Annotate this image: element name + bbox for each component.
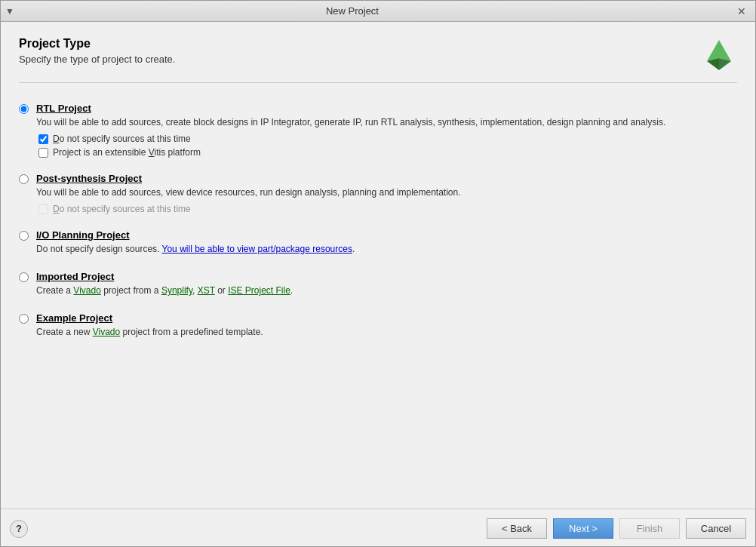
post-synthesis-text: Post-synthesis Project You will be able … xyxy=(36,173,461,199)
new-project-window: ▼ New Project ✕ Project Type Specify the… xyxy=(0,0,756,547)
vivado-logo xyxy=(701,37,737,73)
vivado-link: Vivado xyxy=(73,285,100,296)
titlebar: ▼ New Project ✕ xyxy=(1,1,755,22)
example-text: Example Project Create a new Vivado proj… xyxy=(36,312,263,339)
io-planning-label[interactable]: I/O Planning Project xyxy=(36,229,130,241)
synplify-link: Synplify xyxy=(161,285,192,296)
rtl-no-sources-checkbox[interactable] xyxy=(38,134,48,144)
rtl-sub-options: Do not specify sources at this time Proj… xyxy=(38,134,737,158)
rtl-vitis-checkbox[interactable] xyxy=(38,148,48,158)
project-types-list: RTL Project You will be able to add sour… xyxy=(19,95,737,501)
example-description: Create a new Vivado project from a prede… xyxy=(36,325,263,339)
rtl-vitis-row: Project is an extensible Vitis platform xyxy=(38,147,737,158)
imported-project-item: Imported Project Create a Vivado project… xyxy=(19,271,737,297)
io-planning-description: Do not specify design sources. You will … xyxy=(36,242,355,256)
post-synthesis-radio[interactable] xyxy=(19,174,29,184)
imported-description: Create a Vivado project from a Synplify,… xyxy=(36,284,293,297)
example-label[interactable]: Example Project xyxy=(36,312,112,324)
footer: ? < Back Next > Finish Cancel xyxy=(1,509,755,546)
rtl-description: You will be able to add sources, create … xyxy=(36,115,665,129)
ise-link: ISE Project File xyxy=(228,285,290,296)
post-synthesis-description: You will be able to add sources, view de… xyxy=(36,186,461,199)
example-vivado-link: Vivado xyxy=(93,327,120,337)
rtl-radio[interactable] xyxy=(19,104,29,114)
imported-radio-row: Imported Project Create a Vivado project… xyxy=(19,271,737,297)
svg-marker-0 xyxy=(707,40,731,61)
io-planning-item: I/O Planning Project Do not specify desi… xyxy=(19,229,737,256)
imported-text: Imported Project Create a Vivado project… xyxy=(36,271,293,297)
example-radio[interactable] xyxy=(19,314,29,324)
example-project-item: Example Project Create a new Vivado proj… xyxy=(19,312,737,339)
rtl-radio-row: RTL Project You will be able to add sour… xyxy=(19,103,737,129)
post-synthesis-item: Post-synthesis Project You will be able … xyxy=(19,173,737,214)
post-synthesis-no-sources-row: Do not specify sources at this time xyxy=(38,204,737,214)
footer-left: ? xyxy=(10,520,28,538)
imported-label[interactable]: Imported Project xyxy=(36,271,114,282)
rtl-vitis-label[interactable]: Project is an extensible Vitis platform xyxy=(53,147,201,158)
post-synthesis-label[interactable]: Post-synthesis Project xyxy=(36,173,142,184)
io-planning-radio[interactable] xyxy=(19,231,29,241)
post-synthesis-sub-options: Do not specify sources at this time xyxy=(38,204,737,214)
page-title: Project Type xyxy=(19,37,175,51)
rtl-text: RTL Project You will be able to add sour… xyxy=(36,103,665,129)
rtl-project-item: RTL Project You will be able to add sour… xyxy=(19,103,737,158)
post-synthesis-no-sources-checkbox[interactable] xyxy=(38,204,48,214)
rtl-no-sources-row: Do not specify sources at this time xyxy=(38,134,737,144)
window-title: New Project xyxy=(0,5,733,17)
io-planning-radio-row: I/O Planning Project Do not specify desi… xyxy=(19,229,737,256)
example-radio-row: Example Project Create a new Vivado proj… xyxy=(19,312,737,339)
io-planning-link: You will be able to view part/package re… xyxy=(162,244,352,254)
post-synthesis-radio-row: Post-synthesis Project You will be able … xyxy=(19,173,737,199)
help-button[interactable]: ? xyxy=(10,520,28,538)
post-synthesis-no-sources-label: Do not specify sources at this time xyxy=(53,204,191,214)
header-section: Project Type Specify the type of project… xyxy=(19,37,737,83)
next-button[interactable]: Next > xyxy=(553,518,613,539)
footer-buttons: < Back Next > Finish Cancel xyxy=(487,518,746,539)
cancel-button[interactable]: Cancel xyxy=(686,518,746,539)
page-subtitle: Specify the type of project to create. xyxy=(19,54,175,65)
back-button[interactable]: < Back xyxy=(487,518,547,539)
xst-link: XST xyxy=(198,285,215,296)
rtl-label[interactable]: RTL Project xyxy=(36,103,91,114)
main-content: Project Type Specify the type of project… xyxy=(1,22,755,509)
io-planning-text: I/O Planning Project Do not specify desi… xyxy=(36,229,355,256)
header-text: Project Type Specify the type of project… xyxy=(19,37,175,65)
imported-radio[interactable] xyxy=(19,272,29,282)
finish-button[interactable]: Finish xyxy=(619,518,680,539)
close-button[interactable]: ✕ xyxy=(733,4,751,19)
rtl-no-sources-label[interactable]: Do not specify sources at this time xyxy=(53,134,191,144)
